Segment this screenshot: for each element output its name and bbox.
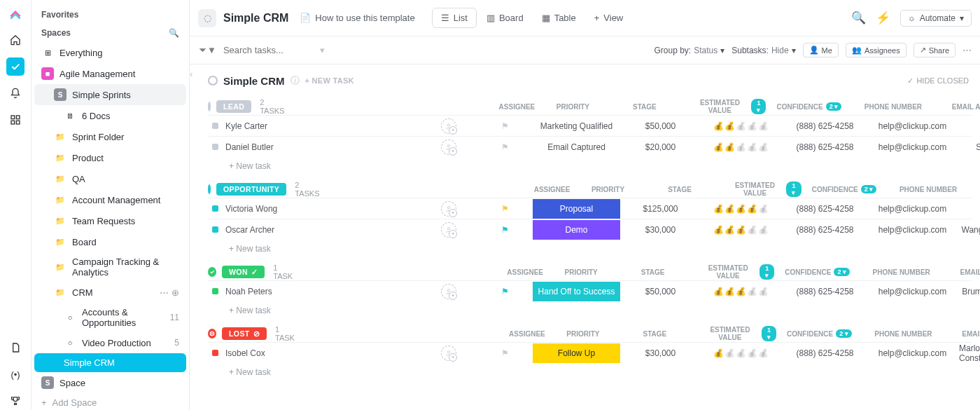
email-address[interactable]: help@clickup.com <box>869 142 956 152</box>
email-address[interactable]: help@clickup.com <box>869 121 956 131</box>
filter-icon[interactable]: ⏷▼ <box>198 45 216 55</box>
view-tab-table[interactable]: ▦Table <box>533 8 584 27</box>
status-square-icon[interactable] <box>212 123 218 129</box>
email-address[interactable]: help@clickup.com <box>869 204 956 214</box>
col-estimated[interactable]: ESTIMATED VALUE1 ▾ <box>696 264 777 280</box>
col-estimated[interactable]: ESTIMATED VALUE1 ▾ <box>724 182 804 197</box>
sidebar-item-simple-sprints[interactable]: S Simple Sprints <box>34 84 186 105</box>
sidebar-item-agile[interactable]: ■ Agile Management <box>34 63 186 84</box>
hide-closed-toggle[interactable]: ✓HIDE CLOSED <box>907 76 969 86</box>
status-pill[interactable]: WON ✓ <box>222 266 265 278</box>
estimated-value[interactable]: $50,000 <box>620 121 701 131</box>
new-task-link[interactable]: + New task <box>208 363 972 381</box>
col-phone[interactable]: PHONE NUMBER <box>860 326 947 341</box>
sidebar-item-accounts-opp[interactable]: ○ Accounts & Opportunities 11 <box>34 303 186 332</box>
bolt-icon[interactable]: ⚡ <box>876 11 890 25</box>
flag-icon[interactable]: ⚑ <box>501 287 509 296</box>
search-icon[interactable]: 🔍 <box>851 11 866 25</box>
estimated-value[interactable]: $50,000 <box>620 287 701 296</box>
phone-number[interactable]: (888) 625-4258 <box>781 121 869 131</box>
email-address[interactable]: help@clickup.com <box>869 225 956 235</box>
col-estimated[interactable]: ESTIMATED VALUE1 ▾ <box>699 326 779 341</box>
list-settings-icon[interactable]: ◌ <box>198 9 216 27</box>
collapse-panel-icon[interactable]: ‹ <box>190 69 192 79</box>
new-task-header[interactable]: + NEW TASK <box>305 76 354 85</box>
sidebar-item-space[interactable]: SSpace <box>34 372 186 393</box>
flag-icon[interactable]: ⚑ <box>501 142 509 152</box>
col-email[interactable]: EMAIL ADDRESS <box>972 182 981 197</box>
assignees-button[interactable]: 👥Assignees <box>846 43 906 57</box>
sidebar-item-docs[interactable]: 🗎 6 Docs <box>34 105 186 126</box>
chevron-down-icon[interactable]: ▾ <box>320 45 325 55</box>
sidebar-item-qa[interactable]: 📁QA <box>34 168 186 189</box>
status-square-icon[interactable] <box>212 288 218 294</box>
assignee-placeholder[interactable] <box>441 284 456 299</box>
assignee-placeholder[interactable] <box>441 201 456 217</box>
col-confidence[interactable]: CONFIDENCE2 ▾ <box>804 182 885 197</box>
me-button[interactable]: 👤Me <box>803 43 839 57</box>
new-task-link[interactable]: + New task <box>208 301 972 320</box>
assignee-placeholder[interactable] <box>441 346 456 361</box>
confidence-bags[interactable]: 💰💰💰💰💰 <box>713 204 769 214</box>
share-button[interactable]: ↗Share <box>913 43 955 57</box>
col-priority[interactable]: PRIORITY <box>580 182 636 197</box>
flag-icon[interactable]: ⚑ <box>501 348 509 358</box>
sidebar-item-board[interactable]: 📁Board <box>34 231 186 252</box>
more-icon[interactable]: ⋯ <box>962 45 972 55</box>
email-address[interactable]: help@clickup.com <box>869 348 956 358</box>
more-icon[interactable]: ⋯ <box>160 287 169 298</box>
sidebar-item-campaign[interactable]: 📁Campaign Tracking & Analytics <box>34 252 186 282</box>
status-square-icon[interactable] <box>212 144 218 150</box>
sidebar-item-account-mgmt[interactable]: 📁Account Management <box>34 189 186 210</box>
col-stage[interactable]: STAGE <box>611 326 699 341</box>
estimated-value[interactable]: $125,000 <box>620 204 701 214</box>
home-icon[interactable] <box>6 31 24 49</box>
status-circle-icon[interactable] <box>208 329 216 339</box>
search-input[interactable] <box>223 45 314 55</box>
sidebar-item-video-prod[interactable]: ○ Video Production 5 <box>34 332 186 353</box>
sidebar-item-everything[interactable]: ⊞ Everything <box>34 42 186 63</box>
company[interactable]: Wang Enterprises <box>956 225 980 235</box>
info-icon[interactable]: ⓘ <box>290 74 300 87</box>
phone-number[interactable]: (888) 625-4258 <box>781 142 869 152</box>
task-row[interactable]: Daniel Butler ⚑ Email Captured $20,000 💰… <box>208 136 972 157</box>
col-stage[interactable]: STAGE <box>609 264 696 280</box>
status-circle-icon[interactable] <box>208 184 211 194</box>
estimated-value[interactable]: $20,000 <box>620 142 701 152</box>
col-phone[interactable]: PHONE NUMBER <box>849 99 937 114</box>
confidence-bags[interactable]: 💰💰💰💰💰 <box>713 225 769 235</box>
col-phone[interactable]: PHONE NUMBER <box>885 182 972 197</box>
estimated-value[interactable]: $30,000 <box>620 348 701 358</box>
sidebar-item-product[interactable]: 📁Product <box>34 147 186 168</box>
col-email[interactable]: EMAIL ADDRESS <box>937 99 980 114</box>
col-email[interactable]: EMAIL ADDRESS <box>945 264 980 280</box>
stage-chip[interactable]: Proposal <box>533 199 620 219</box>
flag-icon[interactable]: ⚑ <box>501 225 509 235</box>
email-address[interactable]: help@clickup.com <box>869 287 956 296</box>
flag-icon[interactable]: ⚑ <box>501 204 509 214</box>
status-circle-icon[interactable] <box>208 267 216 277</box>
automate-button[interactable]: ☼ Automate ▾ <box>900 10 972 27</box>
grid-icon[interactable] <box>6 111 24 129</box>
logo[interactable] <box>7 6 24 22</box>
company[interactable]: ClickUp <box>956 204 980 214</box>
search-icon[interactable]: 🔍 <box>169 28 179 38</box>
spaces-header[interactable]: Spaces 🔍 <box>34 24 186 42</box>
status-pill[interactable]: LOST ⊘ <box>222 327 267 340</box>
group-by-dropdown[interactable]: Group by: Status ▾ <box>654 46 724 55</box>
status-pill[interactable]: LEAD <box>216 100 251 113</box>
stage-chip[interactable]: Marketing Qualified <box>533 116 620 136</box>
add-icon[interactable]: ⊕ <box>172 287 179 298</box>
task-row[interactable]: Oscar Archer ⚑ Demo $30,000 💰💰💰💰💰 (888) … <box>208 219 972 240</box>
new-task-link[interactable]: + New task <box>208 157 972 175</box>
col-assignee[interactable]: ASSIGNEE <box>499 326 555 341</box>
confidence-bags[interactable]: 💰💰💰💰💰 <box>713 287 769 296</box>
phone-number[interactable]: (888) 625-4258 <box>781 348 869 358</box>
col-priority[interactable]: PRIORITY <box>545 99 601 114</box>
task-row[interactable]: Noah Peters ⚑ Hand Off to Success $50,00… <box>208 280 972 301</box>
sidebar-item-sprint-folder[interactable]: 📁Sprint Folder <box>34 126 186 147</box>
col-assignee[interactable]: ASSIGNEE <box>497 264 553 280</box>
stage-chip[interactable]: Hand Off to Success <box>533 282 620 301</box>
task-row[interactable]: Isobel Cox ⚑ Follow Up $30,000 💰💰💰💰💰 (88… <box>208 342 972 363</box>
company[interactable]: Marlowe Constructio <box>956 343 980 363</box>
